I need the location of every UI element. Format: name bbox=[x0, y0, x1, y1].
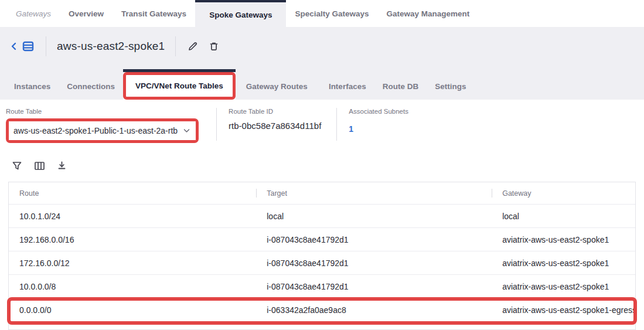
top-tab-gateway-management[interactable]: Gateway Management bbox=[378, 0, 479, 27]
table-row[interactable]: 192.168.0.0/16 i-087043c8ae41792d1 aviat… bbox=[9, 227, 635, 251]
route-table-header: Route Target Gateway bbox=[9, 182, 635, 204]
cell-target: i-087043c8ae41792d1 bbox=[256, 235, 492, 244]
route-table-id-field: Route Table ID rtb-0bc58e7a8634d11bf bbox=[216, 108, 336, 141]
tab-instances[interactable]: Instances bbox=[6, 73, 59, 100]
cell-route: 192.168.0.0/16 bbox=[9, 235, 256, 244]
table-toolbar bbox=[0, 151, 644, 179]
associated-subnets-label: Associated Subnets bbox=[349, 108, 408, 115]
route-table-select[interactable]: aws-us-east2-spoke1-Public-1-us-east-2a-… bbox=[9, 121, 196, 140]
top-tab-transit-gateways[interactable]: Transit Gateways bbox=[113, 0, 195, 27]
route-table-selected-value: aws-us-east2-spoke1-Public-1-us-east-2a-… bbox=[13, 126, 178, 135]
page-title: aws-us-east2-spoke1 bbox=[57, 40, 165, 53]
divider bbox=[46, 36, 46, 56]
pencil-icon bbox=[188, 41, 198, 52]
edit-gateway-button[interactable] bbox=[186, 40, 199, 53]
tab-gateway-routes[interactable]: Gateway Routes bbox=[238, 73, 316, 100]
filter-button[interactable] bbox=[11, 159, 23, 172]
download-button[interactable] bbox=[56, 159, 68, 172]
cell-target: i-063342a2fa0ae9ac8 bbox=[256, 305, 492, 315]
route-table-id-value: rtb-0bc58e7a8634d11bf bbox=[229, 121, 321, 131]
route-table-id-label: Route Table ID bbox=[229, 108, 321, 115]
table-row[interactable]: 172.16.0.0/12 i-087043c8ae41792d1 aviatr… bbox=[9, 251, 635, 274]
table-row-partial bbox=[9, 321, 635, 329]
divider bbox=[175, 36, 176, 56]
download-icon bbox=[57, 161, 67, 171]
tab-vpc-vnet-route-tables[interactable]: VPC/VNet Route Tables bbox=[123, 69, 236, 100]
gateway-header-band: aws-us-east2-spoke1 Instances Connection… bbox=[0, 27, 644, 100]
cell-target: local bbox=[256, 212, 492, 221]
gateway-sub-tabs: Instances Connections VPC/VNet Route Tab… bbox=[0, 66, 644, 100]
breadcrumb-gateways: Gateways bbox=[7, 0, 60, 27]
cell-gateway: aviatrix-aws-us-east2-spoke1-egress bbox=[492, 305, 635, 315]
column-header-gateway[interactable]: Gateway bbox=[492, 189, 635, 198]
route-table-field: Route Table aws-us-east2-spoke1-Public-1… bbox=[6, 108, 214, 143]
cell-route: 0.0.0.0/0 bbox=[9, 305, 256, 315]
columns-button[interactable] bbox=[33, 160, 46, 172]
list-icon bbox=[22, 41, 34, 52]
cell-gateway: aviatrix-aws-us-east2-spoke1 bbox=[492, 282, 635, 291]
cell-route: 172.16.0.0/12 bbox=[9, 258, 256, 268]
filter-funnel-icon bbox=[12, 161, 22, 171]
gateway-title-row: aws-us-east2-spoke1 bbox=[0, 27, 644, 66]
top-tab-overview[interactable]: Overview bbox=[60, 0, 113, 27]
tab-route-db[interactable]: Route DB bbox=[374, 73, 427, 100]
top-nav: Gateways Overview Transit Gateways Spoke… bbox=[0, 0, 644, 27]
cell-route: 10.0.1.0/24 bbox=[9, 212, 256, 221]
route-table-panel: Route Table aws-us-east2-spoke1-Public-1… bbox=[0, 100, 644, 330]
table-row[interactable]: 10.0.0.0/8 i-087043c8ae41792d1 aviatrix-… bbox=[9, 274, 635, 298]
delete-gateway-button[interactable] bbox=[207, 40, 220, 53]
gateway-list-button[interactable] bbox=[21, 40, 35, 53]
top-tab-spoke-gateways[interactable]: Spoke Gateways bbox=[195, 0, 286, 27]
cell-gateway: aviatrix-aws-us-east2-spoke1 bbox=[492, 235, 635, 244]
cell-gateway: local bbox=[492, 212, 635, 221]
annotation-box-dropdown: aws-us-east2-spoke1-Public-1-us-east-2a-… bbox=[6, 118, 199, 143]
tab-label: VPC/VNet Route Tables bbox=[135, 81, 223, 90]
cell-route: 10.0.0.0/8 bbox=[9, 282, 256, 291]
back-button[interactable] bbox=[8, 40, 20, 52]
column-header-route[interactable]: Route bbox=[9, 189, 256, 198]
tab-connections[interactable]: Connections bbox=[59, 73, 123, 100]
associated-subnets-count-link[interactable]: 1 bbox=[349, 124, 353, 134]
cell-target: i-087043c8ae41792d1 bbox=[256, 258, 492, 268]
route-table-label: Route Table bbox=[6, 108, 199, 115]
cell-target: i-087043c8ae41792d1 bbox=[256, 282, 492, 291]
table-row-default-route[interactable]: 0.0.0.0/0 i-063342a2fa0ae9ac8 aviatrix-a… bbox=[9, 298, 635, 321]
column-header-target[interactable]: Target bbox=[256, 189, 492, 198]
associated-subnets-field: Associated Subnets 1 bbox=[336, 108, 424, 141]
columns-icon bbox=[34, 161, 45, 171]
trash-icon bbox=[209, 41, 219, 52]
tab-settings[interactable]: Settings bbox=[427, 73, 474, 100]
route-table: Route Target Gateway 10.0.1.0/24 local l… bbox=[8, 182, 636, 330]
route-table-fields: Route Table aws-us-east2-spoke1-Public-1… bbox=[0, 100, 644, 151]
cell-gateway: aviatrix-aws-us-east2-spoke1 bbox=[492, 258, 635, 268]
top-tab-specialty-gateways[interactable]: Specialty Gateways bbox=[286, 0, 377, 27]
tab-interfaces[interactable]: Interfaces bbox=[321, 73, 374, 100]
annotation-box-tab: VPC/VNet Route Tables bbox=[123, 72, 236, 100]
chevron-down-icon bbox=[183, 128, 190, 133]
chevron-left-icon bbox=[9, 42, 19, 51]
table-row[interactable]: 10.0.1.0/24 local local bbox=[9, 204, 635, 227]
